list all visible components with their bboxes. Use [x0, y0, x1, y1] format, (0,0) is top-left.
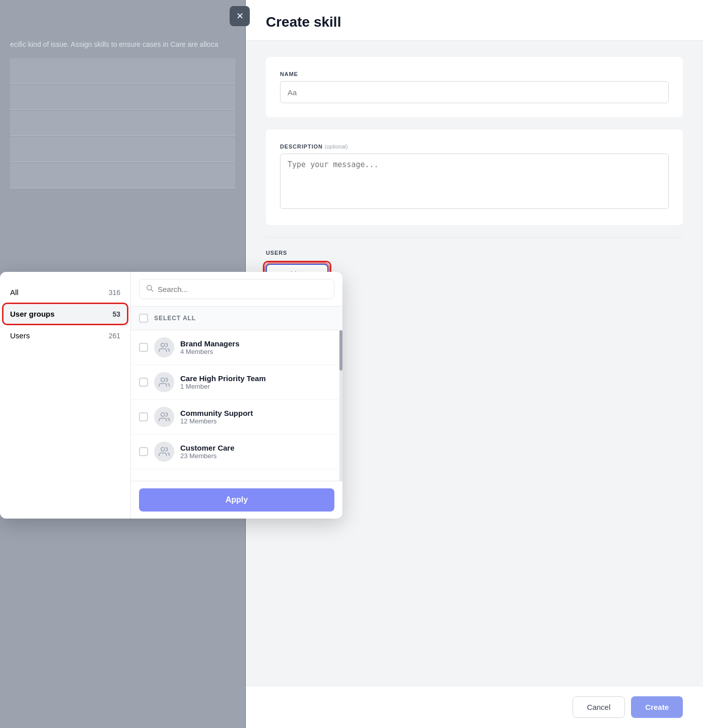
care-team-members: 1 Member: [180, 383, 334, 390]
customer-care-checkbox[interactable]: [139, 447, 148, 456]
search-box: [139, 279, 334, 299]
divider: [266, 237, 683, 238]
sidebar-item-users[interactable]: Users 261: [0, 325, 130, 346]
description-optional: (optional): [325, 143, 348, 150]
brand-managers-checkbox[interactable]: [139, 343, 148, 352]
dropdown-layout: All 316 User groups 53 Users 261: [0, 272, 342, 519]
cancel-button[interactable]: Cancel: [573, 696, 625, 718]
customer-care-name: Customer Care: [180, 444, 334, 452]
create-button[interactable]: Create: [631, 696, 683, 718]
bg-row-5: [10, 163, 235, 188]
dropdown-search-area: [131, 272, 342, 307]
bg-row-4: [10, 137, 235, 162]
care-team-name: Care High Priority Team: [180, 374, 334, 383]
sidebar-item-user-groups-label: User groups: [10, 310, 54, 318]
scrollbar[interactable]: [339, 330, 342, 481]
care-team-checkbox[interactable]: [139, 378, 148, 387]
scrollbar-thumb: [339, 330, 342, 371]
select-all-label: SELECT ALL: [154, 315, 196, 322]
list-item[interactable]: Brand Managers 4 Members: [131, 330, 342, 365]
name-label: NAME: [280, 71, 669, 77]
community-checkbox[interactable]: [139, 412, 148, 421]
community-info: Community Support 12 Members: [180, 409, 334, 425]
panel-header: Create skill: [246, 0, 703, 41]
svg-line-1: [151, 289, 153, 292]
dropdown-right-content: SELECT ALL: [131, 272, 342, 519]
svg-point-3: [161, 378, 165, 382]
sidebar-item-all-count: 316: [109, 288, 120, 297]
brand-managers-members: 4 Members: [180, 348, 334, 355]
sidebar-item-user-groups-wrapper: User groups 53: [4, 305, 126, 323]
sidebar-item-users-label: Users: [10, 331, 30, 340]
svg-point-2: [161, 343, 165, 347]
community-members: 12 Members: [180, 417, 334, 425]
search-icon: [146, 284, 154, 294]
select-all-checkbox[interactable]: [139, 314, 148, 323]
groups-list: Brand Managers 4 Members: [131, 330, 342, 481]
community-avatar: [154, 407, 174, 427]
background-text: ecific kind of issue. Assign skills to e…: [10, 40, 235, 48]
sidebar-item-user-groups-count: 53: [112, 310, 120, 318]
care-team-avatar: [154, 372, 174, 392]
list-item[interactable]: Community Support 12 Members: [131, 400, 342, 434]
customer-care-members: 23 Members: [180, 452, 334, 460]
apply-button[interactable]: Apply: [139, 488, 334, 512]
panel-title: Create skill: [266, 14, 683, 30]
dropdown-footer: Apply: [131, 481, 342, 519]
search-input[interactable]: [158, 285, 328, 294]
dropdown-sidebar: All 316 User groups 53 Users 261: [0, 272, 131, 519]
name-section: NAME: [266, 57, 683, 117]
description-label: DESCRIPTION (optional): [280, 143, 669, 150]
customer-care-info: Customer Care 23 Members: [180, 444, 334, 460]
users-dropdown: All 316 User groups 53 Users 261: [0, 272, 342, 519]
users-label: USERS: [266, 250, 683, 256]
bg-row-2: [10, 85, 235, 110]
description-input[interactable]: [280, 154, 669, 209]
bg-row-3: [10, 111, 235, 136]
svg-point-4: [161, 413, 165, 416]
community-name: Community Support: [180, 409, 334, 417]
list-item[interactable]: Care High Priority Team 1 Member: [131, 365, 342, 400]
list-item[interactable]: Customer Care 23 Members: [131, 434, 342, 469]
select-all-row[interactable]: SELECT ALL: [131, 307, 342, 330]
bg-row-1: [10, 58, 235, 84]
svg-point-5: [161, 448, 165, 451]
brand-managers-name: Brand Managers: [180, 339, 334, 348]
sidebar-item-all-label: All: [10, 288, 19, 297]
close-button[interactable]: ✕: [230, 6, 250, 26]
brand-managers-avatar: [154, 337, 174, 357]
panel-footer: Cancel Create: [246, 686, 703, 728]
description-section: DESCRIPTION (optional): [266, 129, 683, 225]
sidebar-item-user-groups[interactable]: User groups 53: [4, 305, 126, 323]
name-input[interactable]: [280, 81, 669, 103]
care-team-info: Care High Priority Team 1 Member: [180, 374, 334, 390]
brand-managers-info: Brand Managers 4 Members: [180, 339, 334, 355]
customer-care-avatar: [154, 442, 174, 462]
sidebar-item-users-count: 261: [109, 332, 120, 340]
sidebar-item-all[interactable]: All 316: [0, 282, 130, 303]
